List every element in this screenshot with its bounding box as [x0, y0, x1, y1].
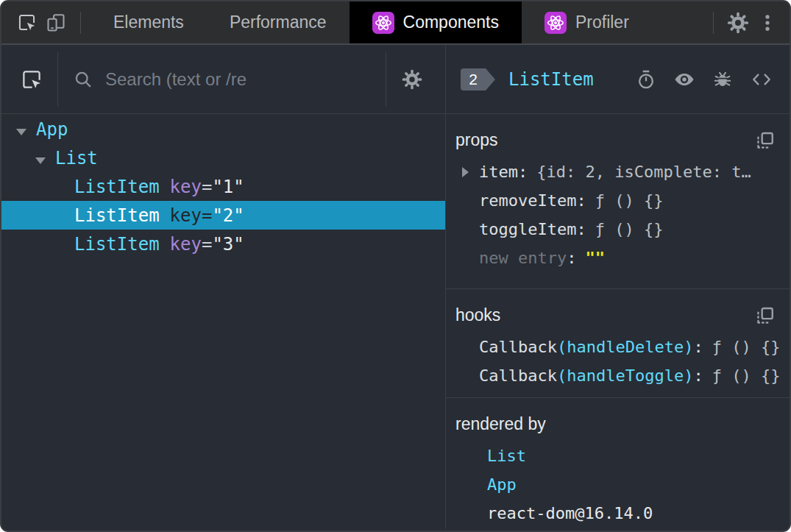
tree-row-listitem-3[interactable]: ListItemkey="3" — [1, 230, 445, 258]
suspense-stopwatch-button[interactable] — [636, 69, 656, 90]
select-element-button[interactable] — [21, 68, 43, 91]
copy-icon — [756, 131, 775, 150]
rendered-by-title: rendered by — [455, 414, 546, 434]
colon: : — [567, 249, 576, 267]
colon: : — [518, 163, 528, 181]
kebab-menu-icon — [758, 12, 777, 34]
inspect-dom-button[interactable] — [673, 68, 695, 91]
devtools-settings-button[interactable] — [723, 1, 753, 43]
tab-elements[interactable]: Elements — [91, 1, 207, 43]
device-toolbar-icon — [46, 13, 66, 33]
tab-label: Profiler — [575, 13, 629, 32]
rendered-by-row: List — [446, 441, 790, 470]
renderer-version: react-dom@16.14.0 — [487, 504, 653, 522]
details-pane: 2 ListItem — [446, 45, 790, 529]
tree-toolbar — [1, 45, 445, 114]
prop-row-toggleitem[interactable]: toggleItem:ƒ () {} — [446, 215, 790, 244]
component-name: ListItem — [74, 205, 160, 226]
toolbar-separator — [386, 52, 386, 107]
tree-row-listitem-2-selected[interactable]: ListItemkey="2" — [1, 201, 445, 230]
colon: : — [693, 366, 703, 385]
react-logo-icon — [545, 12, 567, 34]
toolbar-separator — [57, 52, 58, 107]
rendered-by-row: App — [446, 470, 790, 499]
tree-row-listitem-1[interactable]: ListItemkey="1" — [1, 172, 445, 201]
render-count-badge: 2 — [461, 68, 486, 91]
chevron-down-icon[interactable] — [16, 119, 26, 140]
new-entry-value[interactable]: "" — [585, 249, 605, 267]
tree-row-app[interactable]: App — [1, 115, 445, 143]
prop-value: {id: 2, isComplete: t… — [536, 163, 751, 181]
react-logo-icon — [372, 12, 394, 34]
hooks-section-title: hooks — [455, 305, 500, 325]
hooks-section: hooks Callback(handleDelete):ƒ — [446, 289, 790, 398]
prop-name: toggleItem — [479, 220, 576, 238]
component-name: ListItem — [74, 234, 160, 255]
toolbar-separator — [713, 12, 714, 34]
tab-label: Elements — [113, 13, 184, 32]
devtools-window: Elements Performance Components — [0, 0, 791, 532]
key-value: "1" — [212, 177, 244, 197]
tab-profiler[interactable]: Profiler — [522, 1, 652, 43]
colon: : — [576, 191, 586, 210]
tab-label: Performance — [230, 13, 327, 32]
equals-sign: = — [202, 177, 212, 197]
hook-name: Callback — [479, 338, 557, 356]
key-attribute: key — [170, 234, 202, 255]
tab-performance[interactable]: Performance — [207, 1, 350, 43]
owner-link-app[interactable]: App — [487, 475, 517, 494]
hook-fn-name: (handleDelete) — [557, 338, 693, 356]
hook-value: ƒ () {} — [712, 338, 781, 356]
copy-props-button[interactable] — [756, 131, 775, 150]
prop-value: ƒ () {} — [595, 191, 664, 210]
components-panel: App List ListItemkey="1" ListItemkey="2"… — [1, 43, 790, 529]
component-name: List — [55, 148, 98, 169]
device-toolbar-button[interactable] — [41, 1, 71, 43]
key-value: "3" — [212, 234, 244, 255]
prop-row-removeitem[interactable]: removeItem:ƒ () {} — [446, 186, 790, 215]
rendered-by-row: react-dom@16.14.0 — [446, 499, 790, 528]
view-source-button[interactable] — [750, 69, 773, 90]
prop-row-new-entry[interactable]: new entry:"" — [446, 244, 790, 272]
search-input[interactable] — [105, 69, 348, 90]
tab-label: Components — [403, 13, 499, 32]
copy-hooks-button[interactable] — [756, 306, 775, 325]
equals-sign: = — [202, 205, 212, 226]
tab-components[interactable]: Components — [350, 1, 522, 43]
inspect-icon — [17, 13, 37, 32]
hook-value: ƒ () {} — [712, 366, 781, 385]
inspect-element-button[interactable] — [12, 1, 41, 43]
copy-icon — [756, 306, 775, 325]
toolbar-separator — [80, 12, 81, 34]
prop-name: removeItem — [479, 191, 576, 210]
gear-icon — [726, 11, 750, 35]
code-brackets-icon — [750, 69, 773, 90]
search-icon — [73, 69, 93, 90]
stopwatch-icon — [636, 69, 656, 90]
prop-row-item[interactable]: item:{id: 2, isComplete: t… — [446, 157, 790, 186]
key-value: "2" — [212, 205, 244, 226]
devtools-tabbar: Elements Performance Components — [1, 1, 790, 43]
log-to-console-button[interactable] — [712, 69, 733, 90]
tree-settings-button[interactable] — [401, 68, 423, 91]
prop-name: item — [479, 163, 518, 181]
colon: : — [576, 220, 586, 238]
equals-sign: = — [202, 234, 212, 255]
chevron-down-icon[interactable] — [35, 148, 46, 169]
eye-icon — [673, 68, 695, 91]
chevron-right-icon[interactable] — [462, 167, 469, 177]
rendered-by-section: rendered by List App react-dom@16.14.0 — [446, 398, 790, 529]
component-name: App — [36, 119, 68, 140]
key-attribute: key — [170, 177, 202, 197]
owner-link-list[interactable]: List — [487, 447, 526, 465]
key-attribute: key — [170, 205, 202, 226]
new-entry-label: new entry — [479, 249, 567, 267]
colon: : — [693, 338, 703, 356]
component-name: ListItem — [74, 177, 160, 197]
kebab-menu-button[interactable] — [753, 1, 782, 43]
tree-row-list[interactable]: List — [1, 143, 445, 172]
component-tree: App List ListItemkey="1" ListItemkey="2"… — [1, 114, 445, 529]
bug-icon — [712, 69, 733, 90]
selected-component-title: ListItem — [508, 69, 594, 90]
hook-name: Callback — [479, 366, 557, 385]
